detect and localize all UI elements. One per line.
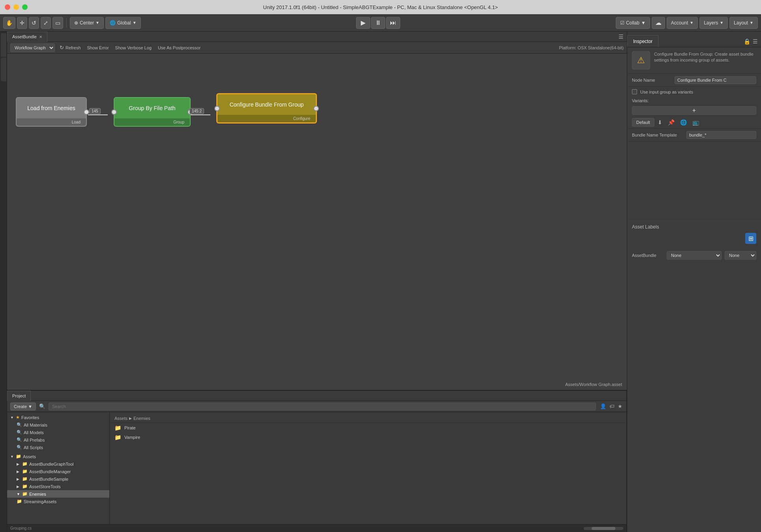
project-view-btn-1[interactable]: 👤 — [599, 403, 607, 410]
pause-button[interactable]: ⏸ — [371, 17, 385, 29]
scale-tool-button[interactable]: ⤢ — [41, 17, 51, 29]
project-content: ▼ ★ Favorites 🔍 All Materials 🔍 All Mode… — [7, 412, 626, 524]
platform-default-button[interactable]: Default — [632, 118, 654, 127]
rotate-tool-button[interactable]: ↺ — [29, 17, 39, 29]
graph-asset-path: Assets/Workflow Graph.asset — [565, 382, 622, 387]
inspector-icon-area: ⚠ Configure Bundle From Group: Create as… — [627, 47, 761, 74]
create-arrow-icon: ▼ — [28, 404, 32, 409]
center-icon: ⊕ — [74, 20, 78, 26]
inspector-spacer — [627, 142, 761, 221]
refresh-button[interactable]: ↻ Refresh — [58, 44, 82, 51]
sidebar-item-2[interactable] — [1, 58, 6, 81]
show-error-button[interactable]: Show Error — [86, 45, 111, 51]
enemies-item[interactable]: ▼ 📁 Enemies — [7, 490, 109, 498]
node-load-output-port[interactable] — [84, 109, 89, 115]
hand-tool-button[interactable]: ✋ — [3, 17, 15, 29]
node-load[interactable]: Load from Enemies Load — [16, 97, 87, 127]
global-button[interactable]: 🌐 Global ▼ — [105, 17, 141, 29]
use-input-group-checkbox[interactable] — [632, 89, 637, 94]
enemies-folder-icon: 📁 — [22, 491, 28, 496]
asset-bundle-tab[interactable]: AssetBundle ✕ — [7, 32, 47, 42]
node-name-value[interactable]: Configure Bundle From C — [675, 76, 756, 84]
abs-arrow-icon: ▶ — [17, 477, 21, 481]
breadcrumb-arrow-icon: ▶ — [129, 416, 132, 420]
asset-bundle-graph-tool-item[interactable]: ▶ 📁 AssetBundleGraphTool — [7, 460, 109, 468]
center-button[interactable]: ⊕ Center ▼ — [70, 17, 104, 29]
asset-bundle-label: AssetBundle — [632, 253, 664, 258]
project-tab[interactable]: Project — [7, 391, 31, 401]
favorites-group[interactable]: ▼ ★ Favorites — [7, 414, 109, 421]
collab-button[interactable]: ☑ Collab ▼ — [616, 17, 650, 29]
scrollbar-thumb[interactable] — [592, 527, 615, 530]
node-group-input-port[interactable] — [111, 109, 117, 115]
node-configure[interactable]: Configure Bundle From Group Configure — [216, 93, 317, 124]
node-configure-footer: Configure — [217, 115, 316, 122]
node-configure-input-port[interactable] — [214, 106, 220, 111]
maximize-button[interactable] — [22, 4, 28, 10]
tv-icon-button[interactable]: 📺 — [690, 118, 701, 127]
close-button[interactable] — [5, 4, 10, 10]
file-pirate[interactable]: 📁 Pirate — [110, 423, 626, 433]
file-vampire[interactable]: 📁 Vampire — [110, 433, 626, 442]
layout-button[interactable]: Layout ▼ — [729, 17, 758, 29]
asset-labels-header: Asset Labels — [632, 224, 756, 230]
rect-tool-button[interactable]: ▭ — [52, 17, 63, 29]
graph-toolbar: Workflow Graph ↻ Refresh Show Error Show… — [7, 42, 627, 54]
asset-store-tools-item[interactable]: ▶ 📁 AssetStoreTools — [7, 483, 109, 490]
node-group[interactable]: Group By File Path Group — [114, 97, 191, 127]
asset-labels-add-button[interactable]: ⊞ — [745, 233, 756, 244]
asset-bundle-tab-bar: AssetBundle ✕ ☰ — [7, 32, 627, 42]
use-as-postprocessor-button[interactable]: Use As Postprocessor — [156, 45, 202, 51]
all-prefabs-item[interactable]: 🔍 All Prefabs — [7, 436, 109, 444]
account-button[interactable]: Account ▼ — [667, 17, 698, 29]
upload-icon-button[interactable]: 📌 — [665, 118, 677, 127]
project-star-btn[interactable]: ★ — [617, 403, 623, 410]
move-tool-button[interactable]: ✛ — [17, 17, 27, 29]
sidebar-item-1[interactable] — [1, 33, 6, 57]
add-variant-button[interactable]: + — [632, 106, 756, 115]
inspector-node-name-field: Node Name Configure Bundle From C — [627, 74, 761, 87]
all-scripts-item[interactable]: 🔍 All Scripts — [7, 444, 109, 451]
inspector-tab[interactable]: Inspector — [627, 35, 658, 47]
enemies-arrow-icon: ▼ — [17, 492, 21, 496]
project-tag-btn[interactable]: 🏷 — [609, 403, 615, 410]
minimize-button[interactable] — [13, 4, 19, 10]
abgt-folder-icon: 📁 — [22, 461, 28, 466]
inspector-tab-icons: 🔒 ☰ — [740, 36, 761, 47]
show-verbose-button[interactable]: Show Verbose Log — [114, 45, 153, 51]
inspector-lock-icon[interactable]: 🔒 — [743, 37, 751, 45]
vampire-folder-icon: 📁 — [114, 434, 121, 440]
asset-bundle-manager-item[interactable]: ▶ 📁 AssetBundleManager — [7, 468, 109, 475]
layout-arrow-icon: ▼ — [750, 21, 754, 25]
asset-bundle-select-2[interactable]: None — [725, 251, 756, 260]
web-icon-button[interactable]: 🌐 — [678, 118, 689, 127]
tab-close-icon[interactable]: ✕ — [39, 35, 42, 39]
asset-labels-section: Asset Labels ⊞ — [627, 221, 761, 249]
inspector-menu-icon[interactable]: ☰ — [752, 37, 759, 45]
asset-bundle-sample-item[interactable]: ▶ 📁 AssetBundleSample — [7, 475, 109, 483]
menu-bar: ✋ ✛ ↺ ⤢ ▭ ⊕ Center ▼ 🌐 Global ▼ ▶ ⏸ ⏭ ☑ … — [0, 14, 761, 32]
asset-bundle-select-1[interactable]: None — [667, 251, 722, 260]
bottom-panels: Project Create ▼ 🔍 👤 🏷 ★ — [7, 390, 627, 532]
step-button[interactable]: ⏭ — [386, 17, 400, 29]
all-materials-item[interactable]: 🔍 All Materials — [7, 421, 109, 429]
layers-button[interactable]: Layers ▼ — [699, 17, 728, 29]
play-button[interactable]: ▶ — [356, 17, 370, 29]
search-input[interactable] — [49, 403, 596, 410]
layers-arrow-icon: ▼ — [720, 21, 724, 25]
create-button[interactable]: Create ▼ — [10, 403, 36, 410]
download-icon-button[interactable]: ⬇ — [655, 118, 665, 127]
node-configure-output-port[interactable] — [313, 106, 319, 111]
graph-type-select[interactable]: Workflow Graph — [10, 43, 55, 52]
streaming-assets-item[interactable]: 📁 StreamingAssets — [7, 498, 109, 505]
node-group-header: Group By File Path — [114, 98, 190, 118]
bundle-name-input[interactable] — [686, 131, 756, 139]
assets-group[interactable]: ▼ 📁 Assets — [7, 453, 109, 460]
horizontal-scrollbar[interactable] — [584, 527, 623, 530]
node-configure-header: Configure Bundle From Group — [217, 94, 316, 115]
all-models-item[interactable]: 🔍 All Models — [7, 429, 109, 436]
graph-canvas[interactable]: Load from Enemies Load 145 Group By File… — [7, 54, 627, 390]
project-icon-buttons: 👤 🏷 ★ — [599, 403, 623, 410]
tab-menu-button[interactable]: ☰ — [615, 34, 627, 40]
cloud-button[interactable]: ☁ — [652, 17, 665, 29]
